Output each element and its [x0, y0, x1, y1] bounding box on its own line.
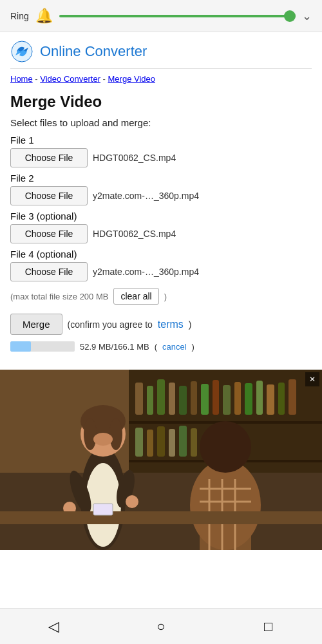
- svg-rect-13: [234, 382, 241, 415]
- svg-rect-23: [157, 426, 165, 457]
- choose-file-button-3[interactable]: Choose File: [10, 224, 88, 243]
- bottom-nav: ◁ ○ □: [0, 608, 322, 644]
- svg-rect-5: [147, 386, 153, 415]
- logo-icon: [10, 40, 33, 63]
- file-row-1: File 1 Choose File HDGT0062_CS.mp4: [10, 135, 312, 167]
- recents-icon: □: [260, 618, 277, 635]
- progress-row: 52.9 MB/166.1 MB ( cancel ): [10, 341, 312, 352]
- ad-image: [0, 370, 322, 550]
- ring-label: Ring: [10, 11, 29, 21]
- ad-banner: Advertisement ✕: [0, 370, 322, 550]
- svg-rect-4: [135, 383, 143, 415]
- file-input-row-2: Choose File y2mate.com-…_360p.mp4: [10, 186, 312, 205]
- svg-rect-14: [245, 383, 252, 415]
- file-input-row-1: Choose File HDGT0062_CS.mp4: [10, 148, 312, 167]
- file-input-row-3: Choose File HDGT0062_CS.mp4: [10, 224, 312, 243]
- bell-icon: 🔔: [35, 8, 53, 24]
- site-header: Online Converter: [10, 40, 312, 69]
- breadcrumb-home[interactable]: Home: [10, 74, 33, 84]
- progress-bar-container: [10, 341, 75, 352]
- home-button[interactable]: ○: [147, 613, 175, 640]
- svg-rect-21: [135, 428, 143, 457]
- svg-rect-10: [201, 384, 209, 415]
- svg-point-37: [126, 495, 138, 508]
- progress-bar-fill: [10, 341, 31, 352]
- bottom-spacer: [0, 550, 322, 589]
- merge-button[interactable]: Merge: [10, 314, 62, 335]
- svg-rect-6: [157, 379, 165, 415]
- svg-rect-17: [278, 383, 285, 415]
- svg-rect-15: [256, 381, 263, 415]
- breadcrumb-video-converter[interactable]: Video Converter: [40, 74, 100, 84]
- svg-rect-26: [191, 428, 197, 457]
- close-paren: ): [164, 292, 167, 301]
- slider-thumb: [284, 10, 296, 22]
- breadcrumb-merge-video[interactable]: Merge Video: [108, 74, 155, 84]
- back-icon: ◁: [45, 618, 62, 635]
- file-input-row-4: Choose File y2mate.com-…_360p.mp4: [10, 262, 312, 281]
- recents-button[interactable]: □: [255, 613, 282, 640]
- svg-rect-25: [179, 426, 187, 457]
- site-title: Online Converter: [40, 43, 147, 60]
- back-button[interactable]: ◁: [40, 613, 67, 640]
- terms-link[interactable]: terms: [158, 319, 184, 330]
- instruction-text: Select files to upload and merge:: [10, 117, 312, 128]
- svg-rect-16: [267, 384, 274, 415]
- file-label-3: File 3 (optional): [10, 211, 312, 222]
- svg-rect-24: [169, 429, 175, 457]
- max-size-text: (max total file size 200 MB: [10, 292, 108, 301]
- file-name-4: y2mate.com-…_360p.mp4: [93, 267, 199, 277]
- file-name-2: y2mate.com-…_360p.mp4: [93, 191, 199, 201]
- svg-rect-7: [169, 383, 175, 415]
- svg-rect-22: [147, 430, 153, 457]
- bottom-controls: (max total file size 200 MB clear all ): [10, 288, 312, 305]
- svg-rect-47: [0, 511, 322, 524]
- progress-paren-close: ): [192, 342, 194, 352]
- svg-rect-11: [213, 380, 219, 415]
- file-name-1: HDGT0062_CS.mp4: [93, 153, 176, 163]
- file-row-2: File 2 Choose File y2mate.com-…_360p.mp4: [10, 173, 312, 205]
- volume-slider[interactable]: [59, 15, 296, 17]
- svg-rect-12: [223, 385, 231, 415]
- breadcrumb: Home - Video Converter - Merge Video: [10, 74, 312, 84]
- page-title: Merge Video: [10, 93, 312, 111]
- ad-close-button[interactable]: ✕: [305, 372, 319, 386]
- breadcrumb-sep2: -: [100, 74, 108, 84]
- choose-file-button-4[interactable]: Choose File: [10, 262, 88, 281]
- clear-all-button[interactable]: clear all: [113, 288, 158, 305]
- svg-point-39: [200, 421, 251, 473]
- svg-rect-8: [179, 386, 187, 415]
- file-label-4: File 4 (optional): [10, 249, 312, 260]
- file-row-3: File 3 (optional) Choose File HDGT0062_C…: [10, 211, 312, 243]
- svg-point-31: [84, 418, 97, 450]
- progress-paren-open: (: [155, 342, 157, 352]
- home-icon: ○: [153, 618, 169, 635]
- merge-row: Merge (confirm you agree to terms ): [10, 314, 312, 335]
- progress-text: 52.9 MB/166.1 MB: [80, 342, 149, 352]
- svg-rect-48: [93, 504, 113, 515]
- chevron-down-icon[interactable]: ⌄: [302, 9, 312, 23]
- status-bar: Ring 🔔 ⌄: [0, 0, 322, 32]
- svg-point-32: [109, 418, 122, 450]
- breadcrumb-sep1: -: [33, 74, 41, 84]
- choose-file-button-2[interactable]: Choose File: [10, 186, 88, 205]
- merge-close-paren: ): [189, 319, 192, 330]
- file-label-1: File 1: [10, 135, 312, 146]
- svg-point-33: [93, 433, 113, 446]
- file-row-4: File 4 (optional) Choose File y2mate.com…: [10, 249, 312, 281]
- svg-rect-9: [191, 381, 197, 415]
- file-name-3: HDGT0062_CS.mp4: [93, 229, 176, 239]
- agree-text: (confirm you agree to: [68, 319, 153, 330]
- file-label-2: File 2: [10, 173, 312, 184]
- svg-rect-18: [289, 379, 296, 415]
- choose-file-button-1[interactable]: Choose File: [10, 148, 88, 167]
- cancel-link[interactable]: cancel: [162, 342, 187, 352]
- ad-scene-svg: [0, 370, 322, 550]
- main-content: Online Converter Home - Video Converter …: [0, 32, 322, 370]
